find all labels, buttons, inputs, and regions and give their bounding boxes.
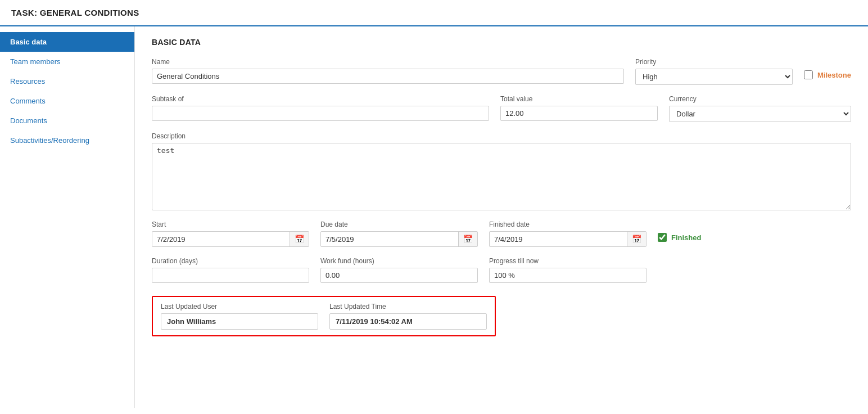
currency-select[interactable]: Dollar Euro GBP xyxy=(669,106,851,122)
sidebar-item-resources[interactable]: Resources xyxy=(0,71,134,91)
name-input[interactable] xyxy=(152,69,624,84)
progress-group: Progress till now xyxy=(489,257,647,283)
sidebar-item-basic-data[interactable]: Basic data xyxy=(0,32,134,52)
last-updated-time-input xyxy=(329,313,487,330)
description-label: Description xyxy=(152,132,851,140)
row-name-priority: Name Priority High Low Medium Critical M… xyxy=(152,58,851,85)
last-updated-time-label: Last Updated Time xyxy=(329,303,487,310)
priority-group: Priority High Low Medium Critical xyxy=(635,58,793,85)
due-date-calendar-icon[interactable]: 📅 xyxy=(458,232,477,246)
subtask-label: Subtask of xyxy=(152,95,489,103)
milestone-checkbox[interactable] xyxy=(804,70,813,79)
sidebar-item-subactivities[interactable]: Subactivities/Reordering xyxy=(0,130,134,150)
start-input[interactable] xyxy=(152,232,290,246)
finished-label: Finished xyxy=(671,233,701,242)
currency-group: Currency Dollar Euro GBP xyxy=(669,95,851,122)
workfund-group: Work fund (hours) xyxy=(320,257,478,283)
total-value-label: Total value xyxy=(500,95,658,103)
due-date-input[interactable] xyxy=(321,232,458,246)
finished-date-input[interactable] xyxy=(490,232,627,246)
priority-select[interactable]: High Low Medium Critical xyxy=(635,69,793,85)
milestone-label: Milestone xyxy=(817,71,851,79)
name-group: Name xyxy=(152,58,624,84)
start-calendar-icon[interactable]: 📅 xyxy=(290,232,309,246)
sidebar-item-team-members[interactable]: Team members xyxy=(0,52,134,71)
description-group: Description test xyxy=(152,132,851,210)
row-duration-workfund-progress: Duration (days) Work fund (hours) Progre… xyxy=(152,257,851,283)
last-updated-user-label: Last Updated User xyxy=(161,303,318,310)
total-value-input[interactable] xyxy=(500,106,658,121)
row-subtask-total: Subtask of Total value Currency Dollar E… xyxy=(152,95,851,122)
page-title: TASK: GENERAL CONDITIONS xyxy=(11,8,857,17)
description-textarea[interactable]: test xyxy=(152,143,851,210)
milestone-group: Milestone xyxy=(804,58,851,79)
workfund-label: Work fund (hours) xyxy=(320,257,478,265)
page-header: TASK: GENERAL CONDITIONS xyxy=(0,0,868,26)
sidebar-item-comments[interactable]: Comments xyxy=(0,91,134,111)
finished-group: Finished xyxy=(658,220,701,242)
total-value-group: Total value xyxy=(500,95,658,121)
last-updated-container: Last Updated User Last Updated Time xyxy=(152,296,496,336)
finished-date-calendar-icon[interactable]: 📅 xyxy=(627,232,646,246)
duration-group: Duration (days) xyxy=(152,257,309,283)
sidebar: Basic data Team members Resources Commen… xyxy=(0,26,135,408)
row-dates: Start 📅 Due date 📅 Finished date 📅 xyxy=(152,220,851,247)
workfund-input[interactable] xyxy=(320,268,478,283)
main-content: BASIC DATA Name Priority High Low Medium… xyxy=(135,26,868,408)
finished-date-label: Finished date xyxy=(489,220,647,228)
start-input-wrapper: 📅 xyxy=(152,231,309,247)
finished-checkbox[interactable] xyxy=(658,233,667,242)
last-updated-time-group: Last Updated Time xyxy=(329,303,487,330)
finished-date-input-wrapper: 📅 xyxy=(489,231,647,247)
progress-input[interactable] xyxy=(489,268,647,283)
start-group: Start 📅 xyxy=(152,220,309,247)
duration-input[interactable] xyxy=(152,268,309,283)
due-date-label: Due date xyxy=(320,220,478,228)
due-date-input-wrapper: 📅 xyxy=(320,231,478,247)
sidebar-item-documents[interactable]: Documents xyxy=(0,111,134,130)
last-updated-user-input xyxy=(161,313,318,330)
section-title: BASIC DATA xyxy=(152,38,851,47)
row-description: Description test xyxy=(152,132,851,210)
finished-date-group: Finished date 📅 xyxy=(489,220,647,247)
priority-label: Priority xyxy=(635,58,793,66)
progress-label: Progress till now xyxy=(489,257,647,265)
name-label: Name xyxy=(152,58,624,66)
due-date-group: Due date 📅 xyxy=(320,220,478,247)
subtask-input[interactable] xyxy=(152,106,489,121)
subtask-group: Subtask of xyxy=(152,95,489,121)
duration-label: Duration (days) xyxy=(152,257,309,265)
currency-label: Currency xyxy=(669,95,851,103)
start-label: Start xyxy=(152,220,309,228)
last-updated-user-group: Last Updated User xyxy=(161,303,318,330)
